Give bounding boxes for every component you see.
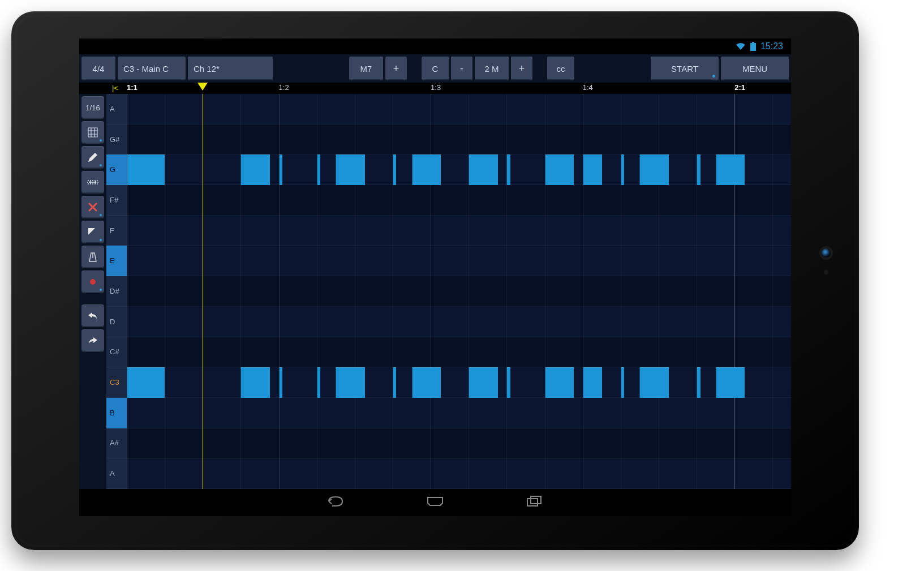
midi-note[interactable]: [716, 154, 745, 185]
channel-selector-button[interactable]: Ch 12*: [188, 57, 273, 80]
redo-button[interactable]: [81, 329, 104, 352]
piano-key[interactable]: C3: [106, 367, 127, 398]
midi-note[interactable]: [697, 367, 700, 398]
wifi-icon: [736, 42, 746, 50]
midi-note[interactable]: [336, 367, 365, 398]
midi-note[interactable]: [317, 154, 320, 185]
midi-note[interactable]: [545, 154, 574, 185]
chord-plus-button[interactable]: +: [385, 57, 407, 80]
nav-back-button[interactable]: [320, 493, 351, 512]
piano-key[interactable]: A#: [106, 428, 127, 459]
midi-note[interactable]: [545, 367, 574, 398]
midi-note[interactable]: [336, 154, 365, 185]
metronome-button[interactable]: [81, 246, 104, 268]
velocity-tool-button[interactable]: [81, 221, 104, 243]
midi-note[interactable]: [639, 367, 669, 398]
cc-button[interactable]: cc: [547, 57, 574, 80]
android-navbar: [79, 489, 791, 516]
stretch-tool-button[interactable]: [81, 171, 104, 194]
piano-key[interactable]: G#: [106, 124, 127, 155]
piano-key[interactable]: E: [106, 246, 127, 276]
grid-icon: [87, 127, 98, 138]
midi-note[interactable]: [279, 154, 282, 185]
grid-row: [127, 94, 791, 124]
ruler-label: 1:3: [431, 83, 441, 92]
piano-key[interactable]: G: [106, 154, 127, 185]
grid-line: [317, 94, 317, 489]
midi-note[interactable]: [317, 367, 320, 398]
midi-note[interactable]: [469, 154, 498, 185]
grid-row: [127, 307, 791, 337]
midi-note[interactable]: [469, 367, 498, 398]
draw-tool-button[interactable]: [81, 146, 104, 169]
status-bar: 15:23: [79, 38, 791, 54]
time-signature-button[interactable]: 4/4: [81, 57, 115, 80]
midi-note[interactable]: [697, 154, 700, 185]
midi-note[interactable]: [127, 154, 165, 185]
midi-note[interactable]: [506, 367, 510, 398]
record-button[interactable]: [81, 271, 104, 293]
grid-row: [127, 276, 791, 307]
piano-key[interactable]: B: [106, 398, 127, 428]
grid-line: [734, 94, 735, 489]
midi-note[interactable]: [621, 154, 624, 185]
midi-note[interactable]: [279, 367, 282, 398]
home-icon: [426, 495, 445, 510]
chord-display-button[interactable]: M7: [349, 57, 383, 80]
midi-note[interactable]: [412, 367, 441, 398]
menu-button[interactable]: MENU: [721, 57, 789, 80]
piano-key[interactable]: A: [106, 458, 127, 489]
svg-point-3: [90, 279, 96, 285]
midi-note[interactable]: [240, 154, 270, 185]
battery-icon: [750, 42, 756, 51]
nav-home-button[interactable]: [419, 493, 451, 512]
piano-key[interactable]: D: [106, 307, 127, 337]
svg-rect-0: [750, 43, 756, 51]
tablet-sensor: [824, 270, 828, 274]
piano-key-column[interactable]: AG#GF#FED#DC#C3BA#A: [106, 94, 127, 489]
piano-key[interactable]: F#: [106, 185, 127, 216]
grid-line: [469, 94, 469, 489]
transpose-minus-button[interactable]: -: [451, 57, 472, 80]
grid-line: [506, 94, 507, 489]
undo-button[interactable]: [81, 304, 104, 327]
midi-note[interactable]: [621, 367, 624, 398]
rewind-icon[interactable]: |<: [112, 84, 118, 92]
snap-grid-button[interactable]: [81, 121, 104, 144]
transpose-plus-button[interactable]: +: [511, 57, 532, 80]
midi-note[interactable]: [412, 154, 441, 185]
key-button[interactable]: C: [422, 57, 449, 80]
track-selector-button[interactable]: C3 - Main C: [118, 57, 186, 80]
piano-key[interactable]: C#: [106, 337, 127, 368]
top-toolbar: 4/4 C3 - Main C Ch 12* M7 + C - 2 M + cc…: [79, 54, 791, 83]
note-grid[interactable]: [127, 94, 791, 489]
timeline-ruler[interactable]: |< 1:11:21:31:42:1: [79, 83, 791, 94]
midi-note[interactable]: [506, 154, 510, 185]
midi-note[interactable]: [583, 154, 602, 185]
start-label: START: [671, 64, 698, 74]
editor-main: 1/16: [79, 94, 791, 489]
midi-note[interactable]: [716, 367, 745, 398]
midi-note[interactable]: [639, 154, 669, 185]
grid-row: [127, 367, 791, 398]
grid-row: [127, 246, 791, 276]
midi-note[interactable]: [393, 154, 396, 185]
midi-note[interactable]: [583, 367, 602, 398]
midi-note[interactable]: [127, 367, 165, 398]
transpose-value-button[interactable]: 2 M: [475, 57, 509, 80]
quantize-button[interactable]: 1/16: [81, 96, 104, 119]
midi-note[interactable]: [393, 367, 396, 398]
piano-key[interactable]: A: [106, 94, 127, 124]
ruler-track[interactable]: 1:11:21:31:42:1: [127, 83, 791, 94]
nav-recents-button[interactable]: [519, 493, 551, 512]
playhead-marker[interactable]: [197, 83, 208, 91]
metronome-icon: [87, 251, 98, 263]
grid-line: [583, 94, 583, 489]
piano-key[interactable]: F: [106, 216, 127, 246]
delete-tool-button[interactable]: [81, 196, 104, 218]
piano-key[interactable]: D#: [106, 276, 127, 307]
midi-note[interactable]: [240, 367, 270, 398]
play-start-button[interactable]: START: [651, 57, 719, 80]
grid-line: [355, 94, 355, 489]
grid-line: [127, 94, 127, 489]
